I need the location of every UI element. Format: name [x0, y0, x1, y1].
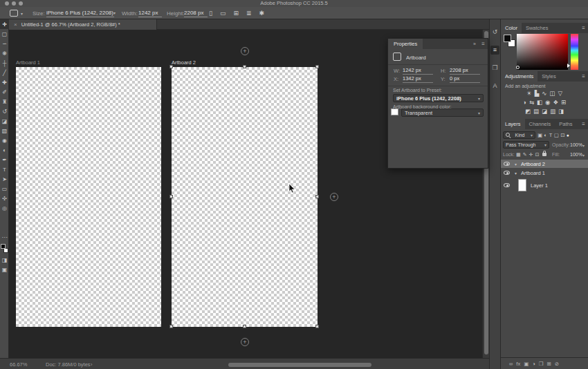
artboard-tool-icon[interactable]	[10, 10, 18, 17]
layer-row-artboard-2[interactable]: ▾ Artboard 2	[501, 160, 588, 168]
fill-value[interactable]: 100%	[570, 152, 582, 157]
blur-tool[interactable]: ◉	[0, 135, 9, 145]
preset-select[interactable]: iPhone 6 Plus (1242, 2208) ▾	[393, 94, 484, 102]
more-tools-button[interactable]: ⋯	[0, 232, 9, 242]
zoom-level[interactable]: 66.67%	[10, 361, 27, 368]
artboard-1[interactable]	[16, 67, 161, 327]
color-lookup-icon[interactable]: ⊞	[561, 98, 566, 107]
channel-mixer-icon[interactable]: ❖	[553, 98, 558, 107]
height-input[interactable]: 2208 px	[184, 9, 208, 17]
threshold-icon[interactable]: ◪	[542, 107, 547, 116]
panel-menu-icon[interactable]: ≡	[481, 39, 485, 49]
lock-all-icon[interactable]	[542, 153, 546, 156]
healing-brush-tool[interactable]: ✚	[0, 77, 9, 87]
screen-mode-button[interactable]: ▣	[0, 265, 9, 274]
expand-chevron-icon[interactable]: ▾	[515, 171, 517, 176]
chevron-down-icon[interactable]: ▾	[582, 143, 585, 148]
new-group-icon[interactable]: ❐	[539, 361, 544, 367]
character-panel-icon[interactable]: A	[490, 82, 499, 91]
link-layers-icon[interactable]: ∞	[509, 361, 513, 367]
panel-menu-icon[interactable]: ≡	[582, 71, 585, 82]
history-brush-tool[interactable]: ↺	[0, 106, 9, 116]
filter-smart-object-icon[interactable]: ⊡	[560, 132, 564, 138]
gradient-tool[interactable]: ▧	[0, 126, 9, 135]
add-artboard-right-button[interactable]: +	[330, 193, 338, 201]
size-select[interactable]: iPhone 6 Plus (1242, 2208) ▾	[46, 9, 114, 17]
color-field-marker[interactable]	[516, 66, 520, 69]
photo-filter-icon[interactable]: ◉	[545, 98, 550, 107]
document-tab[interactable]: × Untitled-1 @ 66.7% (Artboard 2, RGB/8#…	[9, 19, 157, 30]
layer-name[interactable]: Layer 1	[531, 182, 548, 189]
lock-artboard-icon[interactable]: ⊡	[535, 152, 539, 158]
exposure-icon[interactable]: ◫	[549, 89, 555, 98]
foreground-background-swatches[interactable]	[0, 243, 9, 255]
layer-row-artboard-1[interactable]: ▾ Artboard 1	[501, 169, 588, 177]
status-arrow-icon[interactable]: ›	[91, 361, 93, 368]
panel-menu-icon[interactable]: ≡	[582, 23, 585, 33]
blend-mode-select[interactable]: Pass Through ▾	[503, 141, 549, 149]
collapse-panel-icon[interactable]: »	[473, 39, 476, 49]
background-color-swatch[interactable]	[3, 248, 8, 253]
opacity-value[interactable]: 100%	[570, 142, 582, 147]
artboard-resize-handle[interactable]	[315, 195, 319, 198]
settings-icon[interactable]: ✱	[259, 8, 265, 18]
tab-paths[interactable]: Paths	[555, 119, 576, 129]
dodge-tool[interactable]: ◐	[0, 145, 9, 155]
quick-selection-tool[interactable]: ❋	[0, 48, 9, 58]
layer-name[interactable]: Artboard 2	[521, 161, 545, 167]
layer-row-layer-1[interactable]: Layer 1	[501, 178, 588, 193]
filter-type-icon[interactable]: T	[549, 132, 553, 138]
foreground-color-swatch[interactable]	[1, 244, 6, 249]
x-input[interactable]: 1342 px	[403, 75, 433, 83]
type-tool[interactable]: T	[0, 164, 9, 174]
layer-thumbnail[interactable]	[518, 179, 526, 191]
properties-panel-icon[interactable]: ≡	[490, 46, 499, 55]
artboard-resize-handle[interactable]	[315, 65, 319, 68]
vibrance-icon[interactable]: ▽	[558, 89, 562, 98]
eraser-tool[interactable]: ◪	[0, 116, 9, 126]
tab-styles[interactable]: Styles	[538, 71, 560, 82]
color-saturation-field[interactable]	[517, 34, 568, 70]
add-artboard-below-button[interactable]: +	[241, 338, 249, 346]
tab-channels[interactable]: Channels	[525, 119, 555, 129]
layer-name[interactable]: Artboard 1	[521, 170, 545, 176]
artboard-resize-handle[interactable]	[169, 325, 173, 328]
tab-properties[interactable]: Properties	[388, 39, 423, 49]
artboard-resize-handle[interactable]	[315, 325, 319, 328]
lock-pixels-icon[interactable]: ✎	[523, 152, 527, 158]
selective-color-icon[interactable]: ◨	[558, 107, 564, 116]
chevron-down-icon[interactable]: ▾	[21, 11, 23, 16]
add-artboard-icon[interactable]: ⊞	[233, 8, 239, 18]
marquee-tool[interactable]: ▢	[0, 29, 9, 39]
artboard-resize-handle[interactable]	[243, 325, 246, 328]
black-white-icon[interactable]: ◧	[537, 98, 542, 107]
brush-tool[interactable]: ✐	[0, 87, 9, 97]
new-adjustment-layer-icon[interactable]: ◑	[532, 361, 535, 367]
path-selection-tool[interactable]: ➤	[0, 174, 9, 184]
width-input[interactable]: 1242 px	[138, 9, 162, 17]
color-balance-icon[interactable]: ⇆	[529, 98, 534, 107]
artboard-2-label[interactable]: Artboard 2	[172, 60, 196, 66]
tab-adjustments[interactable]: Adjustments	[501, 71, 538, 82]
layer-mask-icon[interactable]: ▣	[524, 361, 529, 367]
hue-saturation-icon[interactable]: ◑	[523, 98, 526, 107]
tab-swatches[interactable]: Swatches	[522, 23, 553, 33]
bg-color-select[interactable]: Transparent ▾	[401, 108, 484, 117]
eyedropper-tool[interactable]: ╱	[0, 68, 9, 77]
quick-mask-button[interactable]: ◨	[0, 255, 9, 265]
pen-tool[interactable]: ✒	[0, 155, 9, 164]
y-input[interactable]: 0 px	[450, 75, 480, 83]
history-panel-icon[interactable]: ↺	[490, 28, 499, 37]
visibility-eye-icon[interactable]	[504, 162, 510, 166]
panel-menu-icon[interactable]: ≡	[582, 119, 585, 129]
artboard-resize-handle[interactable]	[169, 65, 173, 68]
horizontal-scrollbar-thumb[interactable]	[228, 363, 371, 367]
invert-icon[interactable]: ◩	[525, 107, 531, 116]
brightness-contrast-icon[interactable]: ☀	[526, 89, 532, 98]
gradient-map-icon[interactable]: ▥	[550, 107, 555, 116]
delete-layer-icon[interactable]: ⊘	[555, 361, 559, 367]
artboard-bg-swatch[interactable]	[391, 108, 398, 115]
zoom-tool[interactable]: ◎	[0, 203, 9, 213]
tab-color[interactable]: Color	[501, 23, 522, 33]
add-artboard-above-button[interactable]: +	[241, 47, 249, 55]
